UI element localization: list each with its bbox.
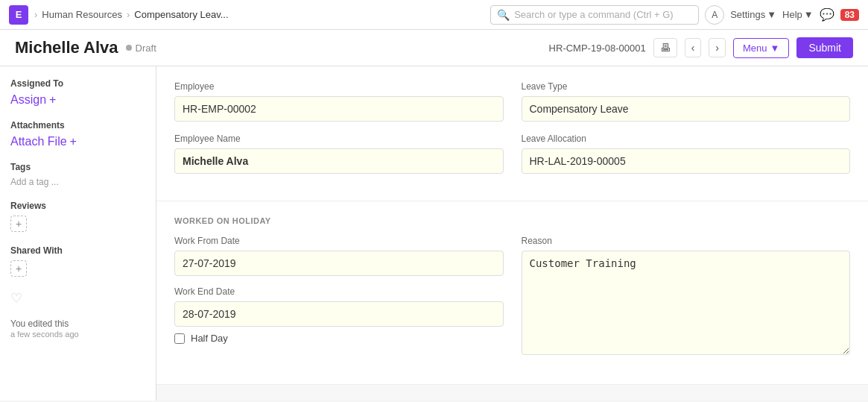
activity-text: You edited this a few seconds ago bbox=[10, 318, 145, 339]
like-icon[interactable]: ♡ bbox=[10, 290, 145, 307]
half-day-label: Half Day bbox=[191, 333, 228, 344]
sidebar-shared-with: Shared With + bbox=[10, 245, 145, 277]
employee-name-label: Employee Name bbox=[174, 134, 504, 144]
work-end-date-input[interactable] bbox=[174, 301, 504, 327]
title-area: Michelle Alva Draft bbox=[15, 38, 156, 57]
record-id: HR-CMP-19-08-00001 bbox=[549, 43, 646, 54]
sidebar-assigned-to-title: Assigned To bbox=[10, 78, 145, 89]
menu-button[interactable]: Menu ▼ bbox=[733, 38, 789, 58]
settings-button[interactable]: Settings ▼ bbox=[730, 9, 776, 20]
reason-textarea[interactable] bbox=[522, 251, 851, 355]
status-text: Draft bbox=[136, 43, 156, 54]
reason-group: Reason bbox=[522, 236, 851, 357]
sidebar: Assigned To Assign + Attachments Attach … bbox=[0, 66, 156, 401]
employee-name-group: Employee Name bbox=[174, 134, 504, 174]
breadcrumb: › Human Resources › Compensatory Leav... bbox=[34, 9, 229, 20]
main-layout: Assigned To Assign + Attachments Attach … bbox=[0, 66, 868, 401]
plus-icon: + bbox=[49, 93, 56, 107]
top-navigation: E › Human Resources › Compensatory Leav.… bbox=[0, 0, 868, 30]
leave-type-input[interactable] bbox=[522, 96, 851, 122]
activity-time: a few seconds ago bbox=[10, 330, 79, 339]
sidebar-assigned-to: Assigned To Assign + bbox=[10, 78, 145, 107]
submit-button[interactable]: Submit bbox=[796, 37, 853, 58]
status-dot bbox=[126, 45, 132, 51]
leave-type-group: Leave Type bbox=[522, 81, 851, 122]
sidebar-shared-with-title: Shared With bbox=[10, 245, 145, 256]
employee-label: Employee bbox=[174, 81, 504, 92]
notification-icon[interactable]: 💬 bbox=[820, 7, 834, 22]
sidebar-tags: Tags Add a tag ... bbox=[10, 162, 145, 187]
notification-badge[interactable]: 83 bbox=[840, 9, 859, 21]
add-tag-input[interactable]: Add a tag ... bbox=[10, 177, 145, 187]
search-bar[interactable]: 🔍 Search or type a command (Ctrl + G) bbox=[490, 5, 699, 25]
reviews-add-button[interactable]: + bbox=[10, 216, 27, 232]
leave-allocation-input[interactable] bbox=[522, 148, 851, 174]
sidebar-tags-title: Tags bbox=[10, 162, 145, 172]
form-row-2: Employee Name Leave Allocation bbox=[174, 134, 850, 174]
form-row-1: Employee Leave Type bbox=[174, 81, 850, 122]
work-dates-group: Work From Date Work End Date Half Day bbox=[174, 236, 504, 357]
page-header: Michelle Alva Draft HR-CMP-19-08-00001 🖶… bbox=[0, 30, 868, 66]
leave-allocation-label: Leave Allocation bbox=[522, 134, 851, 144]
sidebar-attachments: Attachments Attach File + bbox=[10, 120, 145, 148]
main-content: Employee Leave Type Employee Name Leave … bbox=[156, 66, 868, 401]
search-icon: 🔍 bbox=[497, 9, 510, 21]
work-from-date-label: Work From Date bbox=[174, 236, 504, 246]
sidebar-reviews: Reviews + bbox=[10, 201, 145, 232]
sidebar-attachments-title: Attachments bbox=[10, 120, 145, 131]
header-actions: HR-CMP-19-08-00001 🖶 ‹ › Menu ▼ Submit bbox=[549, 37, 853, 58]
leave-allocation-group: Leave Allocation bbox=[522, 134, 851, 174]
sidebar-assign-action[interactable]: Assign + bbox=[10, 93, 145, 107]
plus-icon: + bbox=[70, 135, 77, 148]
breadcrumb-current: Compensatory Leav... bbox=[134, 9, 228, 20]
half-day-row: Half Day bbox=[174, 333, 504, 344]
worked-on-holiday-title: WORKED ON HOLIDAY bbox=[174, 216, 850, 225]
app-icon[interactable]: E bbox=[9, 5, 28, 25]
employee-group: Employee bbox=[174, 81, 504, 122]
next-button[interactable]: › bbox=[709, 38, 726, 57]
status-badge: Draft bbox=[126, 43, 156, 54]
page-title: Michelle Alva bbox=[15, 38, 118, 57]
reason-label: Reason bbox=[522, 236, 851, 246]
work-end-date-label: Work End Date bbox=[174, 286, 504, 297]
user-avatar[interactable]: A bbox=[705, 5, 724, 25]
breadcrumb-sep1: › bbox=[34, 9, 37, 20]
help-button[interactable]: Help ▼ bbox=[782, 9, 814, 20]
prev-button[interactable]: ‹ bbox=[685, 38, 702, 57]
half-day-checkbox[interactable] bbox=[174, 333, 185, 344]
sidebar-attach-action[interactable]: Attach File + bbox=[10, 135, 145, 148]
employee-section: Employee Leave Type Employee Name Leave … bbox=[156, 66, 868, 201]
sidebar-reviews-title: Reviews bbox=[10, 201, 145, 211]
employee-name-input[interactable] bbox=[174, 148, 504, 174]
form-row-3: Work From Date Work End Date Half Day Re… bbox=[174, 236, 850, 357]
search-placeholder: Search or type a command (Ctrl + G) bbox=[514, 9, 674, 20]
work-from-date-input[interactable] bbox=[174, 251, 504, 276]
leave-type-label: Leave Type bbox=[522, 81, 851, 92]
print-button[interactable]: 🖶 bbox=[653, 38, 677, 57]
employee-input[interactable] bbox=[174, 96, 504, 122]
holiday-section: WORKED ON HOLIDAY Work From Date Work En… bbox=[156, 201, 868, 385]
shared-with-add-button[interactable]: + bbox=[10, 260, 27, 277]
breadcrumb-home[interactable]: Human Resources bbox=[42, 9, 122, 20]
breadcrumb-sep2: › bbox=[127, 9, 130, 20]
